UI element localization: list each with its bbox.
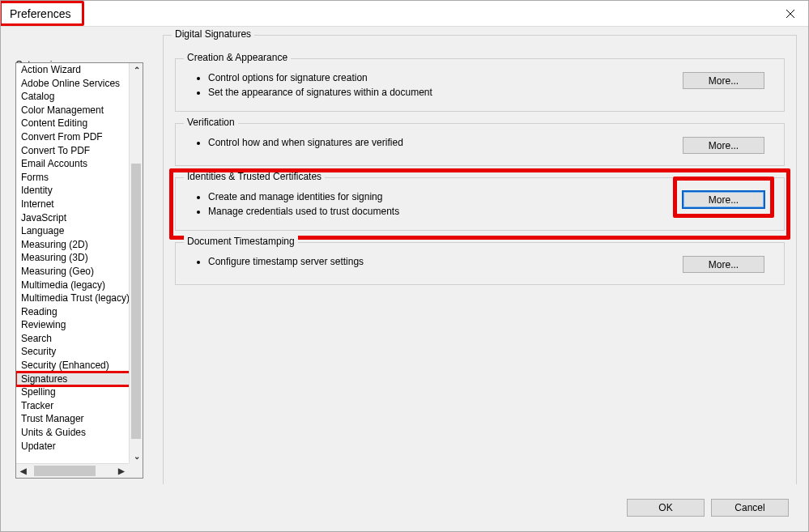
close-button[interactable] [773,1,808,27]
category-item[interactable]: Email Accounts [16,157,143,171]
settings-panel: Digital Signatures Creation & Appearance… [163,35,797,476]
vertical-scroll-thumb[interactable] [131,164,141,439]
category-item[interactable]: Tracker [16,399,143,413]
group-title: Creation & Appearance [184,52,291,63]
scroll-down-button[interactable]: ⌄ [130,449,143,463]
window-title: Preferences [0,1,84,26]
bullet-item: Configure timestamp server settings [208,254,364,269]
category-item[interactable]: Convert To PDF [16,144,143,158]
category-item[interactable]: Trust Manager [16,412,143,426]
category-item[interactable]: Signatures [16,372,143,386]
category-item[interactable]: Reading [16,305,143,319]
category-item[interactable]: Security (Enhanced) [16,359,143,372]
creation-appearance-group: Creation & Appearance Control options fo… [175,58,785,112]
group-bullets: Create and manage identities for signing… [197,189,399,219]
identities-group: Identities & Trusted Certificates Create… [175,177,785,231]
group-title: Verification [184,117,238,128]
group-bullets: Configure timestamp server settings [197,254,364,269]
bullet-item: Set the appearance of signatures within … [208,85,432,100]
dialog-footer: OK Cancel [1,484,808,531]
category-item[interactable]: Color Management [16,104,143,117]
vertical-scrollbar[interactable]: ⌃ ⌄ [129,63,143,463]
more-button-verification[interactable]: More... [683,137,764,154]
close-icon [786,9,795,19]
ok-button[interactable]: OK [627,499,705,517]
category-item[interactable]: Measuring (2D) [16,238,143,252]
category-item[interactable]: Adobe Online Services [16,77,143,91]
scrollbar-corner [129,463,143,478]
category-item[interactable]: Search [16,332,143,346]
scroll-left-button[interactable]: ◀ [16,464,31,479]
category-item[interactable]: Language [16,224,143,238]
scroll-right-button[interactable]: ▶ [114,464,129,479]
category-item[interactable]: Security [16,345,143,359]
scroll-up-button[interactable]: ⌃ [130,63,143,77]
chevron-down-icon: ⌄ [134,453,140,461]
categories-panel: Action WizardAdobe Online ServicesCatalo… [15,62,143,492]
category-item[interactable]: Convert From PDF [16,130,143,144]
category-item[interactable]: Reviewing [16,318,143,332]
category-item[interactable]: Updater [16,440,143,453]
more-button-identities[interactable]: More... [683,191,764,208]
group-title: Document Timestamping [184,236,298,247]
category-item[interactable]: Content Editing [16,117,143,130]
chevron-left-icon: ◀ [20,467,27,475]
cancel-button[interactable]: Cancel [711,499,789,517]
category-item[interactable]: Internet [16,198,143,211]
categories-listbox[interactable]: Action WizardAdobe Online ServicesCatalo… [15,62,143,479]
category-item[interactable]: Forms [16,171,143,185]
chevron-right-icon: ▶ [118,467,125,475]
content-area: Categories: Action WizardAdobe Online Se… [1,27,808,484]
verification-group: Verification Control how and when signat… [175,123,785,166]
group-title: Identities & Trusted Certificates [184,171,325,182]
titlebar: Preferences [1,1,808,27]
category-item[interactable]: Spelling [16,385,143,399]
category-item[interactable]: Multimedia (legacy) [16,279,143,292]
group-bullets: Control how and when signatures are veri… [197,135,403,150]
category-item[interactable]: Catalog [16,90,143,104]
category-item[interactable]: Action Wizard [16,63,143,77]
category-item[interactable]: JavaScript [16,211,143,225]
more-button-creation[interactable]: More... [683,72,764,89]
horizontal-scrollbar[interactable]: ◀ ▶ [16,463,143,478]
panel-title: Digital Signatures [172,28,254,40]
category-item[interactable]: Multimedia Trust (legacy) [16,292,143,305]
timestamping-group: Document Timestamping Configure timestam… [175,242,785,285]
digital-signatures-group: Digital Signatures Creation & Appearance… [163,35,797,487]
more-button-timestamping[interactable]: More... [683,256,764,273]
bullet-item: Control how and when signatures are veri… [208,135,403,150]
bullet-item: Control options for signature creation [208,70,432,85]
bullet-item: Manage credentials used to trust documen… [208,204,399,219]
horizontal-scroll-thumb[interactable] [34,466,96,476]
chevron-up-icon: ⌃ [134,66,140,74]
group-bullets: Control options for signature creation S… [197,70,432,100]
category-item[interactable]: Units & Guides [16,426,143,440]
category-item[interactable]: Measuring (3D) [16,251,143,265]
bullet-item: Create and manage identities for signing [208,189,399,204]
category-item[interactable]: Measuring (Geo) [16,265,143,279]
category-item[interactable]: Identity [16,184,143,198]
